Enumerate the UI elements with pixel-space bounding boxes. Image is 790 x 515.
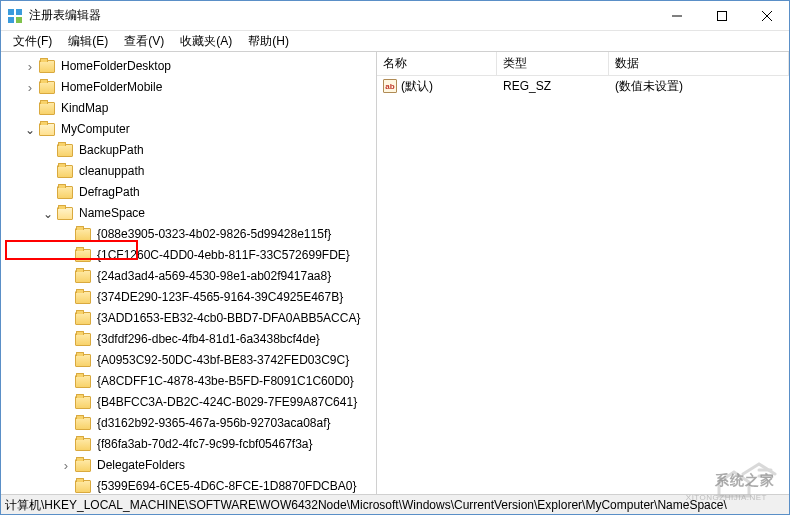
tree-item-label: {3dfdf296-dbec-4fb4-81d1-6a3438bcf4de} <box>95 329 322 350</box>
tree-item-label: HomeFolderDesktop <box>59 56 173 77</box>
tree-item[interactable]: BackupPath <box>1 140 376 161</box>
tree-pane[interactable]: HomeFolderDesktopHomeFolderMobileKindMap… <box>1 52 377 494</box>
tree-item[interactable]: DefragPath <box>1 182 376 203</box>
tree-item[interactable]: cleanuppath <box>1 161 376 182</box>
tree-item-label: BackupPath <box>77 140 146 161</box>
folder-icon <box>39 102 55 115</box>
tree-item-label: MyComputer <box>59 119 132 140</box>
tree-item[interactable]: {B4BFCC3A-DB2C-424C-B029-7FE99A87C641} <box>1 392 376 413</box>
svg-rect-1 <box>16 9 22 15</box>
column-name[interactable]: 名称 <box>377 52 497 75</box>
svg-rect-2 <box>8 17 14 23</box>
expander-icon <box>59 438 73 452</box>
expander-icon[interactable] <box>23 60 37 74</box>
value-data: (数值未设置) <box>609 78 789 95</box>
expander-icon <box>41 186 55 200</box>
folder-icon <box>39 123 55 136</box>
close-button[interactable] <box>744 1 789 30</box>
expander-icon[interactable] <box>23 123 37 137</box>
tree-item[interactable]: {A0953C92-50DC-43bf-BE83-3742FED03C9C} <box>1 350 376 371</box>
tree-item-label: DefragPath <box>77 182 142 203</box>
minimize-button[interactable] <box>654 1 699 30</box>
column-data[interactable]: 数据 <box>609 52 789 75</box>
folder-icon <box>39 81 55 94</box>
value-type: REG_SZ <box>497 79 609 93</box>
value-row[interactable]: ab (默认) REG_SZ (数值未设置) <box>377 76 789 96</box>
expander-icon[interactable] <box>59 459 73 473</box>
expander-icon <box>59 354 73 368</box>
tree-item-label: HomeFolderMobile <box>59 77 164 98</box>
tree-item[interactable]: MyComputer <box>1 119 376 140</box>
folder-icon <box>75 438 91 451</box>
tree-item-label: NameSpace <box>77 203 147 224</box>
expander-icon <box>23 102 37 116</box>
folder-icon <box>75 312 91 325</box>
folder-icon <box>75 291 91 304</box>
tree-item[interactable]: NameSpace <box>1 203 376 224</box>
folder-icon <box>57 186 73 199</box>
tree-item-label: DelegateFolders <box>95 455 187 476</box>
tree-item-label: {f86fa3ab-70d2-4fc7-9c99-fcbf05467f3a} <box>95 434 315 455</box>
expander-icon[interactable] <box>23 81 37 95</box>
registry-tree: HomeFolderDesktopHomeFolderMobileKindMap… <box>1 56 376 494</box>
tree-item-label: {d3162b92-9365-467a-956b-92703aca08af} <box>95 413 333 434</box>
tree-item-label: {088e3905-0323-4b02-9826-5d99428e115f} <box>95 224 333 245</box>
tree-item[interactable]: {d3162b92-9365-467a-956b-92703aca08af} <box>1 413 376 434</box>
tree-item[interactable]: HomeFolderMobile <box>1 77 376 98</box>
window-title: 注册表编辑器 <box>29 7 654 24</box>
folder-icon <box>75 396 91 409</box>
tree-item[interactable]: {A8CDFF1C-4878-43be-B5FD-F8091C1C60D0} <box>1 371 376 392</box>
tree-item[interactable]: {3ADD1653-EB32-4cb0-BBD7-DFA0ABB5ACCA} <box>1 308 376 329</box>
tree-item-label: {3ADD1653-EB32-4cb0-BBD7-DFA0ABB5ACCA} <box>95 308 362 329</box>
values-header: 名称 类型 数据 <box>377 52 789 76</box>
tree-item-label: KindMap <box>59 98 110 119</box>
folder-icon <box>75 228 91 241</box>
tree-item[interactable]: {f86fa3ab-70d2-4fc7-9c99-fcbf05467f3a} <box>1 434 376 455</box>
folder-icon <box>75 459 91 472</box>
tree-item[interactable]: HomeFolderDesktop <box>1 56 376 77</box>
expander-icon <box>59 291 73 305</box>
expander-icon <box>41 165 55 179</box>
folder-icon <box>75 417 91 430</box>
expander-icon <box>59 417 73 431</box>
svg-rect-0 <box>8 9 14 15</box>
folder-icon <box>57 165 73 178</box>
folder-icon <box>75 375 91 388</box>
tree-item[interactable]: {5399E694-6CE5-4D6C-8FCE-1D8870FDCBA0} <box>1 476 376 494</box>
svg-rect-3 <box>16 17 22 23</box>
tree-item[interactable]: {3dfdf296-dbec-4fb4-81d1-6a3438bcf4de} <box>1 329 376 350</box>
expander-icon <box>59 312 73 326</box>
svg-rect-5 <box>717 11 726 20</box>
value-name: (默认) <box>401 78 433 95</box>
status-path: 计算机\HKEY_LOCAL_MACHINE\SOFTWARE\WOW6432N… <box>5 498 727 512</box>
expander-icon <box>59 249 73 263</box>
expander-icon <box>59 333 73 347</box>
tree-item-label: {B4BFCC3A-DB2C-424C-B029-7FE99A87C641} <box>95 392 359 413</box>
tree-item[interactable]: {1CF1260C-4DD0-4ebb-811F-33C572699FDE} <box>1 245 376 266</box>
tree-item[interactable]: {24ad3ad4-a569-4530-98e1-ab02f9417aa8} <box>1 266 376 287</box>
menu-edit[interactable]: 编辑(E) <box>60 31 116 52</box>
tree-item-label: {24ad3ad4-a569-4530-98e1-ab02f9417aa8} <box>95 266 333 287</box>
expander-icon[interactable] <box>41 207 55 221</box>
expander-icon <box>59 228 73 242</box>
menu-file[interactable]: 文件(F) <box>5 31 60 52</box>
column-type[interactable]: 类型 <box>497 52 609 75</box>
tree-item-label: {5399E694-6CE5-4D6C-8FCE-1D8870FDCBA0} <box>95 476 358 494</box>
values-pane[interactable]: 名称 类型 数据 ab (默认) REG_SZ (数值未设置) <box>377 52 789 494</box>
tree-item[interactable]: {088e3905-0323-4b02-9826-5d99428e115f} <box>1 224 376 245</box>
menu-view[interactable]: 查看(V) <box>116 31 172 52</box>
maximize-button[interactable] <box>699 1 744 30</box>
expander-icon <box>41 144 55 158</box>
menu-favorites[interactable]: 收藏夹(A) <box>172 31 240 52</box>
tree-item[interactable]: DelegateFolders <box>1 455 376 476</box>
menu-help[interactable]: 帮助(H) <box>240 31 297 52</box>
folder-icon <box>39 60 55 73</box>
folder-icon <box>75 354 91 367</box>
tree-item[interactable]: KindMap <box>1 98 376 119</box>
tree-item-label: {A0953C92-50DC-43bf-BE83-3742FED03C9C} <box>95 350 351 371</box>
tree-item[interactable]: {374DE290-123F-4565-9164-39C4925E467B} <box>1 287 376 308</box>
expander-icon <box>59 375 73 389</box>
value-name-cell: ab (默认) <box>377 78 497 95</box>
string-value-icon: ab <box>383 79 397 93</box>
folder-icon <box>75 270 91 283</box>
